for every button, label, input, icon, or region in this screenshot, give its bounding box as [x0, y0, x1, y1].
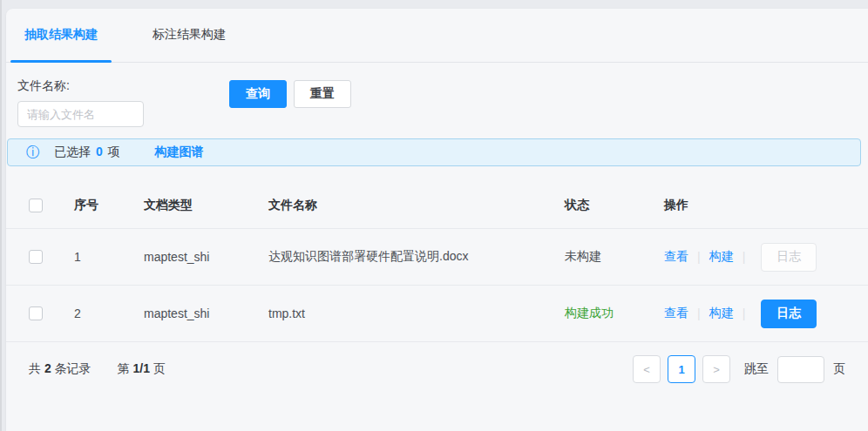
header-file-name: 文件名称 [268, 198, 565, 213]
row-file-name: tmp.txt [268, 306, 565, 320]
info-circle-icon: ⓘ [26, 145, 40, 159]
select-all-checkbox[interactable] [29, 199, 43, 212]
build-graph-link[interactable]: 构建图谱 [155, 145, 204, 160]
action-divider: | [743, 250, 746, 264]
log-button-disabled: 日志 [761, 243, 817, 272]
log-button[interactable]: 日志 [761, 300, 817, 328]
row-checkbox[interactable] [29, 250, 43, 264]
jump-unit-label: 页 [833, 361, 845, 377]
total-count: 2 [44, 361, 51, 375]
filename-input[interactable] [17, 101, 144, 127]
header-index: 序号 [74, 198, 144, 213]
page-current-of-total: 1/1 [132, 361, 149, 375]
jump-page-input[interactable] [777, 356, 824, 383]
chevron-left-icon: < [643, 363, 650, 376]
main-card: 抽取结果构建 标注结果构建 文件名称: 查询 重置 ⓘ 已选择 0 项 构建图谱… [6, 9, 868, 431]
action-divider: | [743, 306, 746, 320]
pagination: < 1 > 跳至 页 [633, 355, 845, 383]
table-footer: 共 2 条记录 第 1/1 页 < 1 > 跳至 页 [6, 342, 868, 396]
page-1-button[interactable]: 1 [668, 355, 695, 383]
page-prefix: 第 [118, 361, 130, 375]
total-suffix: 条记录 [55, 361, 92, 375]
action-divider: | [697, 306, 701, 320]
tab-bar: 抽取结果构建 标注结果构建 [6, 9, 868, 63]
table-row: 1 maptest_shi 达观知识图谱部署硬件配置说明.docx 未构建 查看… [6, 229, 868, 286]
selected-prefix: 已选择 [54, 145, 91, 158]
table-row: 2 maptest_shi tmp.txt 构建成功 查看 | 构建 | 日志 [6, 286, 868, 342]
filename-label: 文件名称: [17, 78, 144, 94]
reset-button[interactable]: 重置 [294, 80, 351, 108]
prev-page-button[interactable]: < [633, 355, 661, 383]
selected-count: 0 [94, 145, 105, 158]
build-link[interactable]: 构建 [709, 306, 734, 321]
jump-to-label: 跳至 [744, 361, 769, 377]
filename-filter-field: 文件名称: [17, 78, 144, 127]
row-index: 2 [74, 306, 144, 320]
row-checkbox[interactable] [29, 306, 43, 320]
record-total: 共 2 条记录 [29, 361, 92, 377]
selected-suffix: 项 [108, 145, 120, 158]
tab-annotation-result-build[interactable]: 标注结果构建 [139, 9, 240, 63]
view-link[interactable]: 查看 [664, 306, 688, 321]
selection-info-bar: ⓘ 已选择 0 项 构建图谱 [7, 138, 861, 166]
files-table: 序号 文档类型 文件名称 状态 操作 1 maptest_shi 达观知识图谱部… [6, 183, 868, 342]
filter-buttons: 查询 重置 [229, 80, 351, 108]
row-status: 构建成功 [565, 306, 664, 321]
row-doc-type: maptest_shi [144, 306, 268, 320]
row-index: 1 [74, 250, 144, 264]
header-actions: 操作 [664, 198, 868, 213]
page-suffix: 页 [153, 361, 166, 375]
filter-row: 文件名称: 查询 重置 [17, 78, 868, 127]
row-doc-type: maptest_shi [144, 250, 268, 264]
total-prefix: 共 [29, 361, 41, 375]
header-doc-type: 文档类型 [144, 198, 268, 213]
chevron-right-icon: > [713, 363, 720, 376]
tab-extraction-result-build[interactable]: 抽取结果构建 [10, 9, 112, 63]
build-link[interactable]: 构建 [709, 249, 734, 265]
next-page-button[interactable]: > [702, 355, 730, 383]
row-status: 未构建 [565, 249, 664, 265]
page-info: 第 1/1 页 [118, 361, 166, 377]
search-button[interactable]: 查询 [229, 80, 287, 108]
header-status: 状态 [565, 198, 664, 213]
row-file-name: 达观知识图谱部署硬件配置说明.docx [268, 249, 565, 265]
action-divider: | [697, 250, 701, 264]
selected-count-text: 已选择 0 项 [54, 145, 120, 160]
table-header-row: 序号 文档类型 文件名称 状态 操作 [6, 183, 868, 229]
view-link[interactable]: 查看 [664, 249, 688, 265]
